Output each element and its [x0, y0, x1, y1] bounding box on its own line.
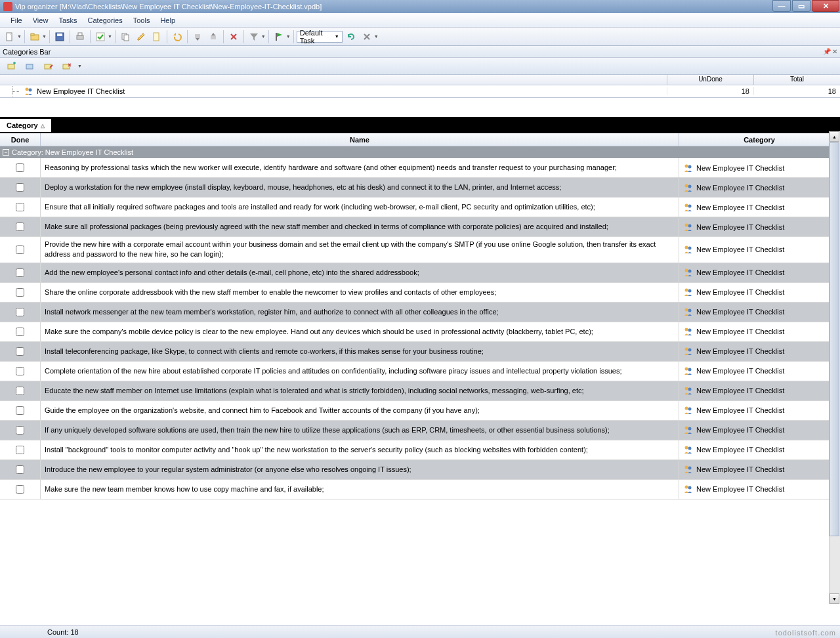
name-cell: Complete orientation of the new hire abo… — [41, 362, 679, 381]
done-checkbox[interactable] — [16, 245, 24, 254]
svg-point-20 — [685, 164, 688, 167]
done-checkbox[interactable] — [16, 446, 24, 454]
table-row[interactable]: If any uniquely developed software solut… — [0, 421, 840, 440]
clear-icon[interactable] — [360, 30, 374, 44]
svg-point-19 — [29, 89, 32, 92]
copy-icon[interactable] — [118, 30, 133, 44]
done-checkbox[interactable] — [16, 406, 24, 415]
dropdown-arrow-icon[interactable]: ▼ — [77, 64, 82, 68]
dropdown-arrow-icon[interactable]: ▼ — [42, 34, 47, 39]
done-checkbox[interactable] — [16, 163, 24, 172]
done-checkbox[interactable] — [16, 288, 24, 297]
menu-help[interactable]: Help — [155, 14, 180, 26]
name-cell: Ensure that all initially required softw… — [41, 198, 679, 217]
dropdown-arrow-icon[interactable]: ▼ — [286, 34, 291, 39]
edit-category-icon[interactable] — [24, 60, 37, 73]
print-icon[interactable] — [73, 30, 87, 44]
table-row[interactable]: Ensure that all initially required softw… — [0, 198, 840, 217]
default-task-dropdown[interactable]: Default Task ▼ — [297, 31, 343, 43]
done-checkbox[interactable] — [16, 223, 24, 231]
table-row[interactable]: Make sure all professional packages (bei… — [0, 217, 840, 237]
refresh-icon[interactable] — [344, 30, 358, 44]
table-row[interactable]: Make sure the new team member knows how … — [0, 480, 840, 500]
done-cell — [0, 237, 41, 263]
people-icon — [683, 163, 694, 173]
close-button[interactable]: ✕ — [812, 0, 839, 12]
done-checkbox[interactable] — [16, 328, 24, 336]
flag-green-icon[interactable] — [272, 30, 286, 44]
menu-view[interactable]: View — [28, 14, 54, 26]
menu-file[interactable]: File — [5, 14, 28, 26]
people-icon — [683, 465, 694, 474]
scroll-down-button[interactable]: ▼ — [830, 593, 839, 604]
pin-icon[interactable]: 📌 — [823, 48, 831, 55]
rename-category-icon[interactable] — [42, 60, 55, 73]
edit-icon[interactable] — [134, 30, 148, 44]
note-icon[interactable] — [150, 30, 164, 44]
table-row[interactable]: Guide the employee on the organization's… — [0, 401, 840, 421]
vertical-scrollbar[interactable]: ▲ ▼ — [829, 131, 840, 604]
done-cell — [0, 283, 41, 302]
table-row[interactable]: Educate the new staff member on Internet… — [0, 381, 840, 401]
table-row[interactable]: Reasoning by professional tasks which th… — [0, 158, 840, 178]
minimize-button[interactable]: — — [772, 0, 791, 12]
menu-categories[interactable]: Categories — [83, 14, 128, 26]
done-checkbox[interactable] — [16, 485, 24, 494]
done-checkbox[interactable] — [16, 183, 24, 192]
check-task-icon[interactable] — [93, 30, 108, 44]
summary-row[interactable]: New Employee IT Checklist 18 18 — [0, 85, 840, 97]
group-row[interactable]: − Category: New Employee IT Checklist — [0, 146, 840, 158]
table-row[interactable]: Provide the new hire with a corporate em… — [0, 237, 840, 263]
category-group-tab[interactable]: Category △ — [0, 119, 51, 132]
menu-tools[interactable]: Tools — [128, 14, 156, 26]
scroll-thumb[interactable] — [830, 142, 839, 536]
dropdown-arrow-icon[interactable]: ▼ — [17, 34, 22, 39]
dropdown-arrow-icon[interactable]: ▼ — [108, 34, 112, 39]
undo-icon[interactable] — [170, 30, 184, 44]
dropdown-arrow-icon[interactable]: ▼ — [261, 34, 266, 39]
svg-point-42 — [685, 387, 688, 391]
svg-point-48 — [685, 446, 688, 450]
scroll-up-button[interactable]: ▲ — [830, 131, 839, 142]
filter-icon[interactable] — [247, 30, 261, 44]
move-down-icon[interactable] — [190, 30, 205, 44]
done-checkbox[interactable] — [16, 465, 24, 474]
svg-rect-7 — [96, 33, 104, 41]
dropdown-arrow-icon[interactable]: ▼ — [374, 34, 379, 39]
move-up-icon[interactable] — [206, 30, 220, 44]
delete-icon[interactable] — [226, 30, 241, 44]
table-row[interactable]: Install teleconferencing package, like S… — [0, 342, 840, 362]
name-cell: Deploy a workstation for the new employe… — [41, 178, 679, 197]
table-row[interactable]: Install "background" tools to monitor co… — [0, 440, 840, 460]
save-icon[interactable] — [52, 30, 67, 44]
delete-category-icon[interactable] — [60, 60, 74, 73]
done-checkbox[interactable] — [16, 387, 24, 395]
done-checkbox[interactable] — [16, 268, 24, 277]
menu-tasks[interactable]: Tasks — [53, 14, 82, 26]
done-checkbox[interactable] — [16, 347, 24, 356]
new-category-icon[interactable] — [5, 60, 18, 73]
table-row[interactable]: Make sure the company's mobile device po… — [0, 322, 840, 342]
close-panel-icon[interactable]: ✕ — [832, 48, 837, 55]
new-folder-icon[interactable] — [28, 30, 42, 44]
svg-point-35 — [688, 309, 692, 312]
table-row[interactable]: Install network messenger at the new tea… — [0, 303, 840, 322]
column-name[interactable]: Name — [41, 133, 679, 146]
done-cell — [0, 480, 41, 499]
done-checkbox[interactable] — [16, 308, 24, 316]
table-row[interactable]: Share the online corporate addressbook w… — [0, 283, 840, 303]
table-row[interactable]: Add the new employee's personal contact … — [0, 263, 840, 283]
table-row[interactable]: Complete orientation of the new hire abo… — [0, 362, 840, 381]
new-doc-icon[interactable] — [3, 30, 17, 44]
people-icon — [683, 268, 694, 277]
svg-rect-13 — [276, 33, 277, 41]
column-done[interactable]: Done — [0, 133, 41, 146]
collapse-icon[interactable]: − — [3, 149, 9, 156]
table-row[interactable]: Deploy a workstation for the new employe… — [0, 178, 840, 198]
maximize-button[interactable]: ▭ — [792, 0, 810, 12]
table-row[interactable]: Introduce the new employee to your regul… — [0, 460, 840, 480]
done-checkbox[interactable] — [16, 367, 24, 375]
column-category[interactable]: Category △ — [679, 133, 840, 146]
done-checkbox[interactable] — [16, 203, 24, 211]
done-checkbox[interactable] — [16, 426, 24, 435]
